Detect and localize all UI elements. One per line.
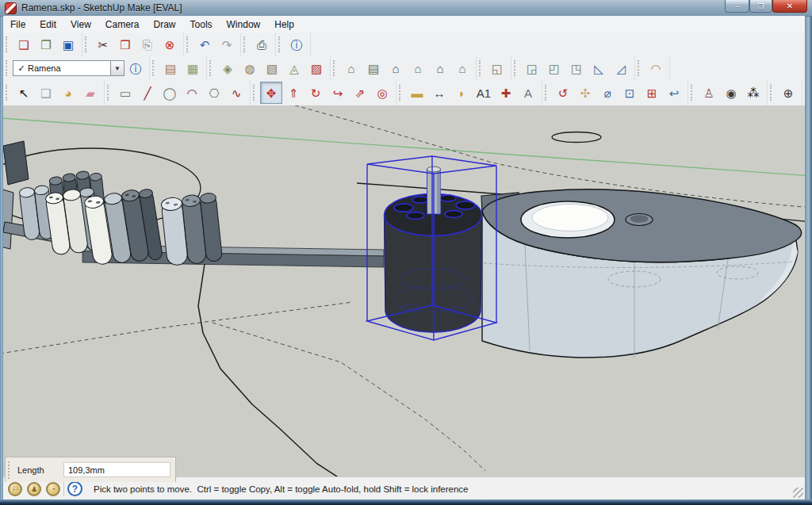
- subtract-button[interactable]: ◳: [565, 57, 588, 79]
- toolbar-grip[interactable]: [107, 85, 112, 101]
- paste-button[interactable]: ⎘: [136, 33, 159, 55]
- zoom-extents-button[interactable]: ⊞: [641, 82, 663, 104]
- combo-dropdown-button[interactable]: ▼: [111, 60, 124, 76]
- 3d-text-button[interactable]: A: [517, 82, 539, 104]
- scale-button[interactable]: ⇗: [349, 82, 371, 104]
- polygon-button[interactable]: ⎔: [203, 82, 225, 104]
- add-detail-button[interactable]: ◬: [283, 57, 305, 79]
- cylinder-pack-3[interactable]: [84, 189, 163, 266]
- ground-edge-bottom[interactable]: [198, 264, 339, 476]
- toolbar-grip[interactable]: [6, 60, 10, 76]
- look-around-button[interactable]: ◉: [720, 82, 742, 104]
- toolbar-grip[interactable]: [8, 461, 13, 479]
- toolbar-grip[interactable]: [691, 85, 695, 101]
- resize-grip[interactable]: [793, 488, 803, 498]
- model-scene[interactable]: [3, 105, 805, 476]
- position-camera-button[interactable]: ♙: [698, 82, 720, 104]
- title-bar[interactable]: Ramena.skp - SketchUp Make [EVAL] – ❐ ✕: [0, 0, 812, 17]
- status-credit-icon[interactable]: ♟: [27, 482, 41, 496]
- dimension-button[interactable]: ↔: [428, 82, 450, 104]
- help-icon[interactable]: ?: [67, 481, 82, 496]
- arm-component[interactable]: [481, 189, 802, 358]
- toolbar-grip[interactable]: [638, 60, 642, 76]
- view-front-button[interactable]: ⌂: [385, 57, 407, 79]
- toolbar-grip[interactable]: [514, 60, 519, 76]
- menu-help[interactable]: Help: [267, 17, 301, 32]
- component-combo[interactable]: ✓ Ramena: [13, 60, 111, 76]
- section-plane-button[interactable]: ⊕: [777, 82, 799, 104]
- model-info-button[interactable]: ⓘ: [285, 33, 308, 55]
- ground-ellipse-small[interactable]: [552, 132, 601, 143]
- flip-edge-button[interactable]: ▨: [305, 57, 327, 79]
- walk-button[interactable]: ⁂: [742, 82, 764, 104]
- zoom-previous-button[interactable]: ↩: [663, 82, 685, 104]
- toolbar-grip[interactable]: [209, 60, 214, 76]
- close-button[interactable]: ✕: [772, 0, 807, 13]
- toolbar-grip[interactable]: [85, 36, 90, 52]
- viewport-3d[interactable]: [3, 105, 805, 476]
- toolbar-grip[interactable]: [6, 36, 10, 52]
- rectangle-button[interactable]: ▭: [114, 82, 136, 104]
- zoom-button[interactable]: ⌀: [596, 82, 619, 104]
- open-file-button[interactable]: ❐: [35, 33, 57, 55]
- drape-button[interactable]: ▧: [261, 57, 283, 79]
- menu-tools[interactable]: Tools: [183, 17, 220, 32]
- freehand-button[interactable]: ∿: [225, 82, 247, 104]
- menu-edit[interactable]: Edit: [33, 17, 63, 32]
- toolbar-grip[interactable]: [278, 36, 283, 52]
- circle-button[interactable]: ◯: [159, 82, 181, 104]
- select-button[interactable]: ↖: [13, 82, 35, 104]
- axes-button[interactable]: ✚: [495, 82, 517, 104]
- menu-draw[interactable]: Draw: [147, 17, 183, 32]
- save-file-button[interactable]: ▣: [57, 33, 79, 55]
- menu-file[interactable]: File: [3, 17, 33, 32]
- arc-segment-button[interactable]: ◠: [645, 57, 667, 79]
- cut-button[interactable]: ✂: [92, 33, 114, 55]
- view-left-button[interactable]: ⌂: [429, 57, 451, 79]
- pan-button[interactable]: ✣: [574, 82, 596, 104]
- maximize-button[interactable]: ❐: [749, 0, 772, 13]
- paint-bucket-button[interactable]: ◕: [57, 82, 79, 104]
- stamp-button[interactable]: ◍: [239, 57, 261, 79]
- measurements-input[interactable]: 109,3mm: [63, 462, 170, 477]
- from-contours-button[interactable]: ▤: [159, 57, 182, 79]
- cylinder-pack-4[interactable]: [161, 193, 223, 266]
- smoove-button[interactable]: ◈: [216, 57, 239, 79]
- print-button[interactable]: ⎙: [251, 33, 273, 55]
- protractor-button[interactable]: ◗: [450, 82, 473, 104]
- toolbar-grip[interactable]: [479, 60, 484, 76]
- view-top-button[interactable]: ▤: [362, 57, 385, 79]
- entity-info-button[interactable]: ⓘ: [124, 57, 147, 79]
- toolbar-grip[interactable]: [770, 85, 775, 101]
- toolbar-grip[interactable]: [243, 36, 248, 52]
- trim-button[interactable]: ◺: [588, 57, 610, 79]
- view-right-button[interactable]: ⌂: [451, 57, 473, 79]
- outer-shell-button[interactable]: ◱: [486, 57, 508, 79]
- undo-button[interactable]: ↶: [193, 33, 216, 55]
- toolbar-grip[interactable]: [253, 85, 258, 101]
- toolbar-grip[interactable]: [545, 85, 550, 101]
- push-pull-button[interactable]: ⇑: [282, 82, 304, 104]
- view-iso-button[interactable]: ⌂: [340, 57, 362, 79]
- make-component-button[interactable]: ❑: [35, 82, 57, 104]
- menu-window[interactable]: Window: [220, 17, 268, 32]
- orbit-button[interactable]: ↺: [552, 82, 574, 104]
- redo-button[interactable]: ↷: [216, 33, 238, 55]
- offset-button[interactable]: ◎: [371, 82, 393, 104]
- status-geolocation-icon[interactable]: ⚐: [8, 482, 22, 496]
- view-back-button[interactable]: ⌂: [407, 57, 429, 79]
- toolbar-grip[interactable]: [152, 60, 157, 76]
- move-button[interactable]: ✥: [260, 82, 282, 104]
- menu-view[interactable]: View: [63, 17, 98, 32]
- eraser-button[interactable]: ▰: [79, 82, 102, 104]
- minimize-button[interactable]: –: [725, 0, 749, 13]
- copy-button[interactable]: ❒: [114, 33, 136, 55]
- erase-button[interactable]: ⊗: [159, 33, 181, 55]
- zoom-window-button[interactable]: ⊡: [619, 82, 641, 104]
- toolbar-grip[interactable]: [186, 36, 191, 52]
- split-button[interactable]: ◿: [610, 57, 632, 79]
- tape-measure-button[interactable]: ▬: [406, 82, 428, 104]
- intersect-button[interactable]: ◲: [521, 57, 543, 79]
- text-button[interactable]: A1: [473, 82, 495, 104]
- union-button[interactable]: ◰: [543, 57, 565, 79]
